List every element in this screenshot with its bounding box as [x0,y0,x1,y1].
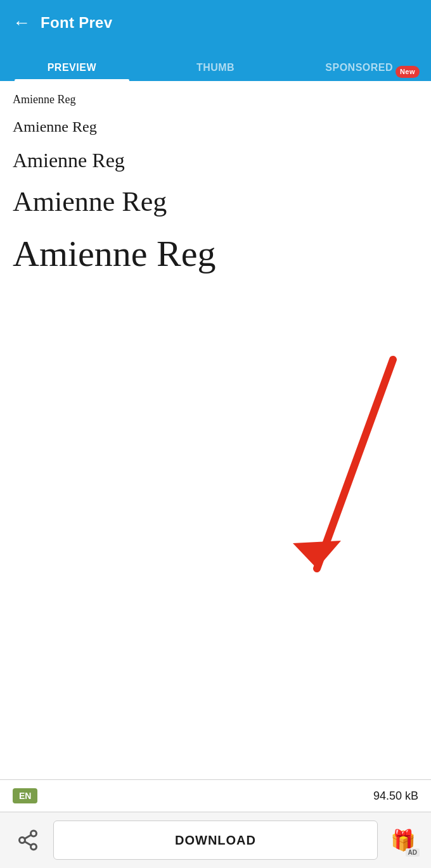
back-button[interactable]: ← [13,13,30,33]
tab-preview[interactable]: PREVIEW [0,62,144,81]
preview-area: Amienne Reg Amienne Reg Amienne Reg Amie… [0,81,431,779]
tab-bar: PREVIEW THUMB SPONSORED New [0,46,431,81]
ad-gift-button[interactable]: 🎁 AD [385,822,421,858]
font-sample-2: Amienne Reg [13,112,418,142]
tab-thumb[interactable]: THUMB [144,62,288,81]
info-bar: EN 94.50 kB [0,779,431,812]
font-sample-4: Amienne Reg [13,179,418,225]
page-title: Font Prev [41,14,112,32]
font-sample-3: Amienne Reg [13,142,418,179]
app-header: ← Font Prev [0,0,431,46]
share-icon [16,829,39,852]
language-badge: EN [13,788,37,803]
svg-line-6 [25,835,31,839]
svg-line-5 [25,841,31,845]
arrow-annotation [266,353,406,594]
new-badge: New [396,66,420,78]
ad-label: AD [406,848,420,857]
file-size: 94.50 kB [373,789,418,803]
svg-marker-1 [293,541,341,569]
download-button[interactable]: DOWNLOAD [53,821,378,860]
arrow-svg [266,353,406,594]
action-bar: DOWNLOAD 🎁 AD [0,812,431,868]
font-sample-5: Amienne Reg [13,225,418,282]
share-button[interactable] [10,822,46,858]
svg-line-0 [317,360,393,569]
tab-sponsored[interactable]: SPONSORED New [287,62,431,81]
font-sample-1: Amienne Reg [13,87,418,112]
